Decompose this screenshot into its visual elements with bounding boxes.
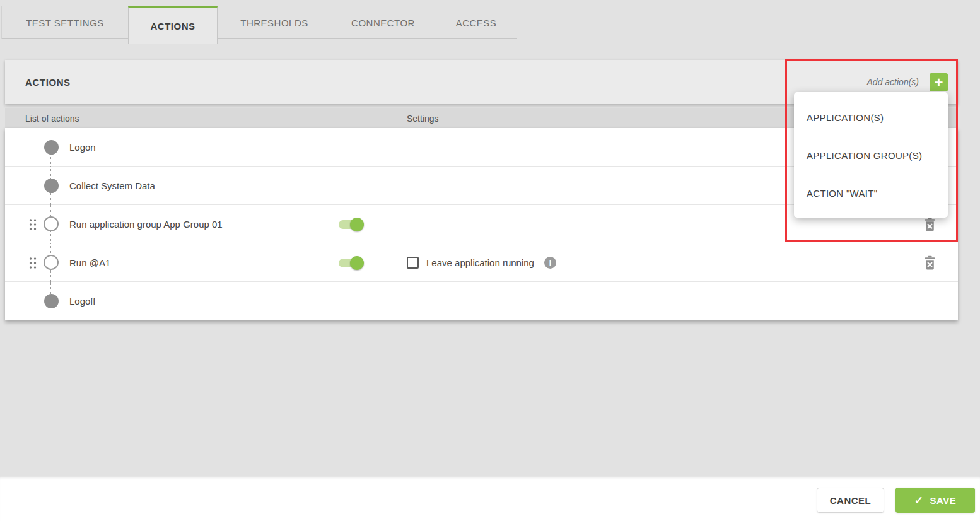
drag-handle-icon[interactable] — [28, 257, 37, 269]
action-label: Collect System Data — [69, 167, 155, 205]
toggle-knob — [350, 256, 364, 270]
info-icon[interactable]: i — [544, 257, 556, 269]
tab-actions[interactable]: ACTIONS — [128, 6, 218, 44]
delete-action-icon[interactable] — [923, 217, 936, 231]
action-label: Logon — [69, 128, 96, 167]
footer-bar: CANCEL ✓ SAVE — [0, 476, 980, 521]
column-settings: Settings — [407, 108, 439, 128]
checkbox-label: Leave application running — [426, 257, 534, 268]
step-marker-filled — [44, 294, 59, 308]
plus-icon: + — [934, 74, 943, 91]
table-row-run-a1: Run @A1 Leave application running i — [5, 243, 958, 282]
tab-access[interactable]: ACCESS — [435, 6, 517, 39]
drag-handle-icon[interactable] — [28, 218, 37, 231]
enable-action-toggle[interactable] — [339, 256, 365, 270]
panel-title: ACTIONS — [25, 60, 71, 104]
column-list-of-actions: List of actions — [25, 108, 79, 128]
toggle-knob — [350, 218, 364, 231]
tab-thresholds[interactable]: THRESHOLDS — [218, 6, 331, 39]
cancel-button[interactable]: CANCEL — [817, 488, 884, 513]
tab-test-settings[interactable]: TEST SETTINGS — [1, 6, 128, 39]
delete-action-icon[interactable] — [923, 255, 936, 270]
check-icon: ✓ — [914, 494, 924, 507]
step-marker-filled — [44, 140, 59, 155]
action-label: Run @A1 — [69, 243, 110, 282]
menu-item-action-wait[interactable]: ACTION "WAIT" — [794, 174, 948, 212]
action-label: Logoff — [69, 282, 95, 320]
enable-action-toggle[interactable] — [339, 218, 365, 231]
tab-bar: TEST SETTINGS ACTIONS THRESHOLDS CONNECT… — [1, 6, 517, 39]
table-row-logoff: Logoff — [5, 282, 958, 320]
leave-application-running-checkbox[interactable] — [407, 257, 419, 269]
add-action-button[interactable]: + — [930, 73, 948, 91]
action-label: Run application group App Group 01 — [69, 205, 223, 243]
save-button[interactable]: ✓ SAVE — [895, 488, 975, 513]
save-button-label: SAVE — [930, 495, 957, 506]
tab-connector[interactable]: CONNECTOR — [331, 6, 435, 39]
step-marker-filled — [44, 179, 59, 193]
step-marker-hollow — [44, 255, 59, 270]
menu-item-application-groups[interactable]: APPLICATION GROUP(S) — [794, 136, 948, 174]
settings-cell: Leave application running i — [407, 243, 556, 282]
add-action-menu: APPLICATION(S) APPLICATION GROUP(S) ACTI… — [794, 92, 948, 218]
step-marker-hollow — [44, 216, 59, 231]
menu-item-applications[interactable]: APPLICATION(S) — [794, 98, 948, 136]
actions-settings-page: TEST SETTINGS ACTIONS THRESHOLDS CONNECT… — [0, 0, 980, 521]
